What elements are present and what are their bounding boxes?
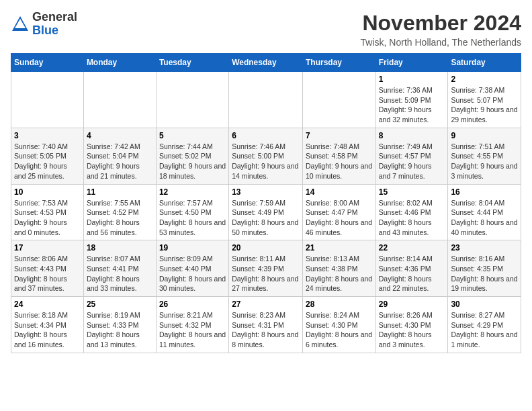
calendar: SundayMondayTuesdayWednesdayThursdayFrid… xyxy=(11,53,521,353)
calendar-header: SundayMondayTuesdayWednesdayThursdayFrid… xyxy=(11,54,521,72)
location-subtitle: Twisk, North Holland, The Netherlands xyxy=(361,37,521,48)
day-number: 23 xyxy=(451,243,518,253)
cell-daylight-info: Sunrise: 8:27 AM Sunset: 4:29 PM Dayligh… xyxy=(451,310,518,350)
logo-text: General Blue xyxy=(32,11,77,38)
calendar-cell: 4Sunrise: 7:42 AM Sunset: 5:04 PM Daylig… xyxy=(83,128,156,184)
header-cell-saturday: Saturday xyxy=(448,54,521,72)
cell-daylight-info: Sunrise: 8:06 AM Sunset: 4:43 PM Dayligh… xyxy=(14,254,81,293)
calendar-cell: 9Sunrise: 7:51 AM Sunset: 4:55 PM Daylig… xyxy=(448,128,521,184)
cell-daylight-info: Sunrise: 7:44 AM Sunset: 5:02 PM Dayligh… xyxy=(159,142,226,181)
header-row: SundayMondayTuesdayWednesdayThursdayFrid… xyxy=(11,54,521,72)
day-number: 26 xyxy=(159,300,226,309)
cell-daylight-info: Sunrise: 7:40 AM Sunset: 5:05 PM Dayligh… xyxy=(14,142,81,181)
calendar-cell: 3Sunrise: 7:40 AM Sunset: 5:05 PM Daylig… xyxy=(11,128,84,184)
cell-daylight-info: Sunrise: 8:14 AM Sunset: 4:36 PM Dayligh… xyxy=(379,254,445,293)
cell-daylight-info: Sunrise: 7:49 AM Sunset: 4:57 PM Dayligh… xyxy=(379,142,445,181)
calendar-cell: 14Sunrise: 8:00 AM Sunset: 4:47 PM Dayli… xyxy=(302,184,375,240)
day-number: 8 xyxy=(379,131,445,140)
calendar-cell: 19Sunrise: 8:09 AM Sunset: 4:40 PM Dayli… xyxy=(156,240,228,297)
day-number: 20 xyxy=(232,243,300,253)
calendar-cell: 2Sunrise: 7:38 AM Sunset: 5:07 PM Daylig… xyxy=(448,72,521,128)
day-number: 30 xyxy=(451,300,518,309)
day-number: 7 xyxy=(306,131,373,140)
day-number: 4 xyxy=(87,131,153,140)
calendar-row-0: 1Sunrise: 7:36 AM Sunset: 5:09 PM Daylig… xyxy=(11,72,521,128)
header-cell-tuesday: Tuesday xyxy=(156,54,228,72)
cell-daylight-info: Sunrise: 8:02 AM Sunset: 4:46 PM Dayligh… xyxy=(379,198,445,238)
day-number: 11 xyxy=(87,187,153,197)
day-number: 12 xyxy=(159,187,226,197)
calendar-cell: 22Sunrise: 8:14 AM Sunset: 4:36 PM Dayli… xyxy=(375,240,448,297)
header-cell-monday: Monday xyxy=(83,54,156,72)
day-number: 27 xyxy=(232,300,300,309)
cell-daylight-info: Sunrise: 7:57 AM Sunset: 4:50 PM Dayligh… xyxy=(159,198,226,238)
calendar-row-4: 24Sunrise: 8:18 AM Sunset: 4:34 PM Dayli… xyxy=(11,297,521,353)
calendar-cell: 13Sunrise: 7:59 AM Sunset: 4:49 PM Dayli… xyxy=(229,184,303,240)
calendar-cell: 30Sunrise: 8:27 AM Sunset: 4:29 PM Dayli… xyxy=(448,297,521,353)
calendar-cell: 26Sunrise: 8:21 AM Sunset: 4:32 PM Dayli… xyxy=(156,297,228,353)
calendar-cell: 7Sunrise: 7:48 AM Sunset: 4:58 PM Daylig… xyxy=(302,128,375,184)
day-number: 21 xyxy=(306,243,373,253)
day-number: 17 xyxy=(14,243,81,253)
logo-blue: Blue xyxy=(32,24,77,38)
cell-daylight-info: Sunrise: 8:24 AM Sunset: 4:30 PM Dayligh… xyxy=(306,310,373,350)
calendar-cell xyxy=(229,72,303,128)
cell-daylight-info: Sunrise: 7:53 AM Sunset: 4:53 PM Dayligh… xyxy=(14,198,81,238)
day-number: 2 xyxy=(451,75,518,84)
day-number: 24 xyxy=(14,300,81,309)
cell-daylight-info: Sunrise: 7:36 AM Sunset: 5:09 PM Dayligh… xyxy=(379,85,445,125)
calendar-cell: 17Sunrise: 8:06 AM Sunset: 4:43 PM Dayli… xyxy=(11,240,84,297)
day-number: 19 xyxy=(159,243,226,253)
day-number: 15 xyxy=(379,187,445,197)
cell-daylight-info: Sunrise: 8:13 AM Sunset: 4:38 PM Dayligh… xyxy=(306,254,373,293)
day-number: 28 xyxy=(306,300,373,309)
day-number: 29 xyxy=(379,300,445,309)
calendar-cell: 5Sunrise: 7:44 AM Sunset: 5:02 PM Daylig… xyxy=(156,128,228,184)
calendar-cell: 20Sunrise: 8:11 AM Sunset: 4:39 PM Dayli… xyxy=(229,240,303,297)
calendar-cell: 15Sunrise: 8:02 AM Sunset: 4:46 PM Dayli… xyxy=(375,184,448,240)
cell-daylight-info: Sunrise: 7:42 AM Sunset: 5:04 PM Dayligh… xyxy=(87,142,153,181)
calendar-cell: 21Sunrise: 8:13 AM Sunset: 4:38 PM Dayli… xyxy=(302,240,375,297)
logo-icon xyxy=(11,15,30,34)
cell-daylight-info: Sunrise: 7:59 AM Sunset: 4:49 PM Dayligh… xyxy=(232,198,300,238)
calendar-cell: 24Sunrise: 8:18 AM Sunset: 4:34 PM Dayli… xyxy=(11,297,84,353)
cell-daylight-info: Sunrise: 8:11 AM Sunset: 4:39 PM Dayligh… xyxy=(232,254,300,293)
cell-daylight-info: Sunrise: 7:38 AM Sunset: 5:07 PM Dayligh… xyxy=(451,85,518,125)
day-number: 25 xyxy=(87,300,153,309)
cell-daylight-info: Sunrise: 7:48 AM Sunset: 4:58 PM Dayligh… xyxy=(306,142,373,181)
cell-daylight-info: Sunrise: 8:00 AM Sunset: 4:47 PM Dayligh… xyxy=(306,198,373,238)
cell-daylight-info: Sunrise: 8:26 AM Sunset: 4:30 PM Dayligh… xyxy=(379,310,445,350)
cell-daylight-info: Sunrise: 8:18 AM Sunset: 4:34 PM Dayligh… xyxy=(14,310,81,350)
calendar-cell: 10Sunrise: 7:53 AM Sunset: 4:53 PM Dayli… xyxy=(11,184,84,240)
day-number: 13 xyxy=(232,187,300,197)
calendar-cell xyxy=(83,72,156,128)
calendar-cell: 8Sunrise: 7:49 AM Sunset: 4:57 PM Daylig… xyxy=(375,128,448,184)
cell-daylight-info: Sunrise: 8:07 AM Sunset: 4:41 PM Dayligh… xyxy=(87,254,153,293)
day-number: 22 xyxy=(379,243,445,253)
calendar-cell: 25Sunrise: 8:19 AM Sunset: 4:33 PM Dayli… xyxy=(83,297,156,353)
calendar-row-1: 3Sunrise: 7:40 AM Sunset: 5:05 PM Daylig… xyxy=(11,128,521,184)
day-number: 16 xyxy=(451,187,518,197)
logo: General Blue xyxy=(11,11,77,38)
header: General Blue November 2024 Twisk, North … xyxy=(11,11,521,48)
cell-daylight-info: Sunrise: 8:19 AM Sunset: 4:33 PM Dayligh… xyxy=(87,310,153,350)
header-cell-sunday: Sunday xyxy=(11,54,84,72)
calendar-cell xyxy=(302,72,375,128)
calendar-cell: 27Sunrise: 8:23 AM Sunset: 4:31 PM Dayli… xyxy=(229,297,303,353)
calendar-cell: 12Sunrise: 7:57 AM Sunset: 4:50 PM Dayli… xyxy=(156,184,228,240)
day-number: 9 xyxy=(451,131,518,140)
calendar-cell xyxy=(11,72,84,128)
day-number: 14 xyxy=(306,187,373,197)
logo-general: General xyxy=(32,11,77,24)
calendar-cell: 1Sunrise: 7:36 AM Sunset: 5:09 PM Daylig… xyxy=(375,72,448,128)
title-area: November 2024 Twisk, North Holland, The … xyxy=(361,11,521,48)
calendar-cell: 28Sunrise: 8:24 AM Sunset: 4:30 PM Dayli… xyxy=(302,297,375,353)
calendar-cell: 11Sunrise: 7:55 AM Sunset: 4:52 PM Dayli… xyxy=(83,184,156,240)
cell-daylight-info: Sunrise: 8:23 AM Sunset: 4:31 PM Dayligh… xyxy=(232,310,300,350)
calendar-body: 1Sunrise: 7:36 AM Sunset: 5:09 PM Daylig… xyxy=(11,72,521,353)
day-number: 1 xyxy=(379,75,445,84)
calendar-cell: 23Sunrise: 8:16 AM Sunset: 4:35 PM Dayli… xyxy=(448,240,521,297)
calendar-cell: 6Sunrise: 7:46 AM Sunset: 5:00 PM Daylig… xyxy=(229,128,303,184)
calendar-cell: 29Sunrise: 8:26 AM Sunset: 4:30 PM Dayli… xyxy=(375,297,448,353)
calendar-row-3: 17Sunrise: 8:06 AM Sunset: 4:43 PM Dayli… xyxy=(11,240,521,297)
